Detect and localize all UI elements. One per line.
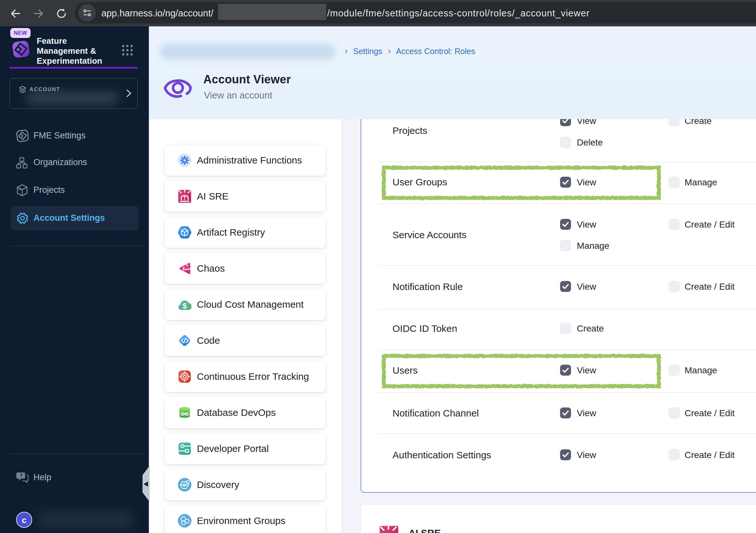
- svg-text:$: $: [182, 301, 187, 310]
- svg-text:?: ?: [20, 473, 23, 479]
